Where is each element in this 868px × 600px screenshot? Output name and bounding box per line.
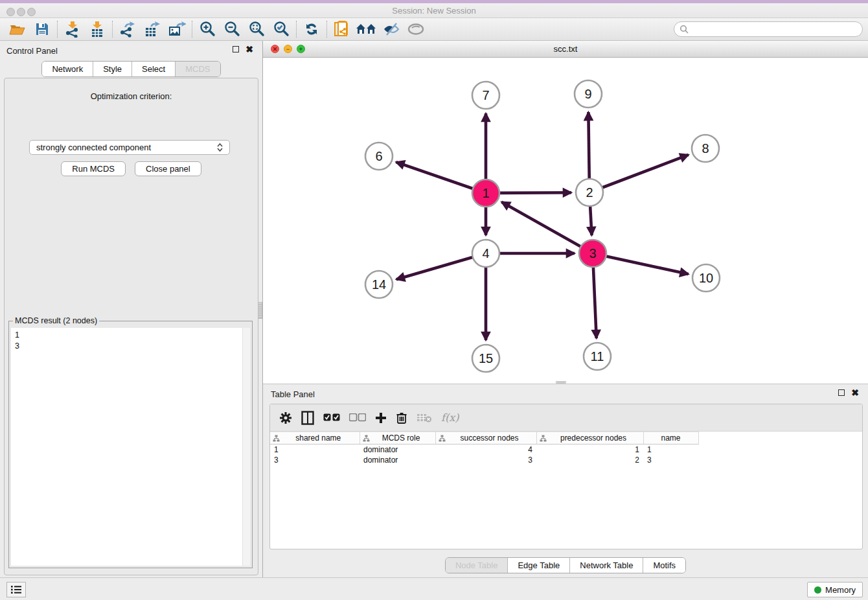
node-15[interactable]: 15 <box>472 345 499 372</box>
node-1[interactable]: 1 <box>472 179 499 207</box>
optimization-criterion-label: Optimization criterion: <box>5 91 258 101</box>
mcds-result-scrollbar[interactable] <box>242 328 250 566</box>
node-8[interactable]: 8 <box>692 135 719 162</box>
delete-table-button[interactable] <box>417 413 432 423</box>
tab-network-table[interactable]: Network Table <box>570 558 643 573</box>
import-table-button[interactable] <box>85 19 109 39</box>
zoom-fit-icon <box>248 21 265 38</box>
edge-3-10[interactable] <box>593 253 689 274</box>
mcds-result-textarea[interactable]: 1 3 <box>11 328 250 566</box>
node-2[interactable]: 2 <box>576 179 603 206</box>
show-hide-details-button[interactable] <box>379 19 404 39</box>
export-network-button[interactable] <box>115 19 140 39</box>
table-header-row: shared name MCDS role successor nodes pr… <box>270 432 698 444</box>
tab-network[interactable]: Network <box>42 62 93 76</box>
function-builder-button[interactable]: f(x) <box>441 411 459 424</box>
run-mcds-button[interactable]: Run MCDS <box>61 161 126 176</box>
zoom-out-button[interactable] <box>220 19 244 39</box>
edge-3-1[interactable] <box>501 202 593 253</box>
tab-motifs[interactable]: Motifs <box>643 558 685 573</box>
delete-table-icon <box>417 413 432 423</box>
tab-edge-table[interactable]: Edge Table <box>508 558 570 573</box>
cell-shared-name[interactable]: 3 <box>270 455 360 465</box>
node-7[interactable]: 7 <box>472 82 499 109</box>
table-row[interactable]: 3dominator323 <box>270 455 698 465</box>
select-all-columns-button[interactable] <box>323 413 340 422</box>
tab-mcds[interactable]: MCDS <box>176 62 220 76</box>
node-11[interactable]: 11 <box>584 343 611 370</box>
column-header-successor-nodes[interactable]: successor nodes <box>435 432 536 444</box>
cell-successor-nodes[interactable]: 3 <box>435 455 536 465</box>
network-window-titlebar[interactable]: ✕ − + scc.txt <box>263 41 868 58</box>
cell-mcds-role[interactable]: dominator <box>360 455 435 465</box>
search-box[interactable] <box>674 21 863 37</box>
save-session-button[interactable] <box>30 19 54 39</box>
node-9[interactable]: 9 <box>575 80 602 108</box>
column-header-name[interactable]: name <box>643 432 698 444</box>
export-image-button[interactable] <box>165 19 189 39</box>
toolbar-separator <box>112 21 113 38</box>
column-header-shared-name[interactable]: shared name <box>270 432 360 444</box>
network-view-window: ✕ − + scc.txt 7968124314101511 <box>263 41 868 384</box>
dropdown-stepper-icon <box>217 143 223 152</box>
control-panel-header: Control Panel ✖ <box>0 41 262 60</box>
cell-shared-name[interactable]: 1 <box>270 444 360 455</box>
node-6[interactable]: 6 <box>365 143 393 170</box>
node-table-container: f(x) shared name MCDS role successor nod… <box>269 404 863 549</box>
eye-icon <box>407 22 425 36</box>
mcds-result-title: MCDS result (2 nodes) <box>13 316 99 325</box>
memory-status-icon <box>814 586 821 594</box>
column-header-predecessor-nodes[interactable]: predecessor nodes <box>536 432 643 444</box>
toggle-view-button[interactable] <box>404 19 428 39</box>
node-14[interactable]: 14 <box>365 271 393 298</box>
task-history-button[interactable] <box>6 582 26 597</box>
panel-divider-grip[interactable] <box>258 302 262 319</box>
zoom-selected-button[interactable] <box>269 19 293 39</box>
cell-predecessor-nodes[interactable]: 1 <box>536 444 643 455</box>
zoom-fit-button[interactable] <box>244 19 269 39</box>
close-panel-button[interactable]: Close panel <box>135 161 201 176</box>
show-columns-button[interactable] <box>301 411 314 425</box>
node-label: 15 <box>479 351 493 365</box>
clone-network-icon <box>334 20 350 38</box>
eye-slash-icon <box>382 21 400 37</box>
cell-name[interactable]: 3 <box>643 455 698 465</box>
add-column-button[interactable] <box>375 412 387 424</box>
node-label: 1 <box>482 186 489 200</box>
search-input[interactable] <box>689 25 857 34</box>
float-table-panel-icon[interactable] <box>838 389 845 396</box>
close-table-panel-icon[interactable]: ✖ <box>851 389 859 396</box>
edge-2-8[interactable] <box>589 155 689 192</box>
zoom-in-button[interactable] <box>195 19 220 39</box>
node-10[interactable]: 10 <box>692 264 720 292</box>
tab-style[interactable]: Style <box>93 62 132 76</box>
node-3[interactable]: 3 <box>579 240 606 267</box>
delete-columns-button[interactable] <box>396 411 407 424</box>
cell-mcds-role[interactable]: dominator <box>360 444 435 455</box>
cell-predecessor-nodes[interactable]: 2 <box>536 455 643 465</box>
cell-name[interactable]: 1 <box>643 444 698 455</box>
optimization-criterion-select[interactable]: strongly connected component <box>29 140 230 155</box>
table-settings-button[interactable] <box>279 411 292 424</box>
table-row[interactable]: 1dominator411 <box>270 444 698 455</box>
export-table-button[interactable] <box>140 19 165 39</box>
refresh-button[interactable] <box>299 19 324 39</box>
column-header-mcds-role[interactable]: MCDS role <box>360 432 435 444</box>
node-4[interactable]: 4 <box>472 240 499 267</box>
first-neighbors-button[interactable] <box>354 19 379 39</box>
houses-icon <box>356 22 378 36</box>
mcds-panel: Optimization criterion: strongly connect… <box>4 78 258 575</box>
memory-button[interactable]: Memory <box>807 582 863 597</box>
tab-select[interactable]: Select <box>132 62 176 76</box>
cell-successor-nodes[interactable]: 4 <box>435 444 536 455</box>
float-panel-icon[interactable] <box>233 46 239 52</box>
export-network-icon <box>119 21 136 38</box>
clone-network-button[interactable] <box>330 19 354 39</box>
search-icon <box>680 25 689 34</box>
import-network-button[interactable] <box>60 19 85 39</box>
tab-node-table[interactable]: Node Table <box>446 558 508 573</box>
close-panel-icon[interactable]: ✖ <box>246 46 253 52</box>
open-session-button[interactable] <box>5 19 30 39</box>
network-canvas[interactable]: 7968124314101511 <box>263 58 868 384</box>
unselect-all-columns-button[interactable] <box>349 413 366 422</box>
